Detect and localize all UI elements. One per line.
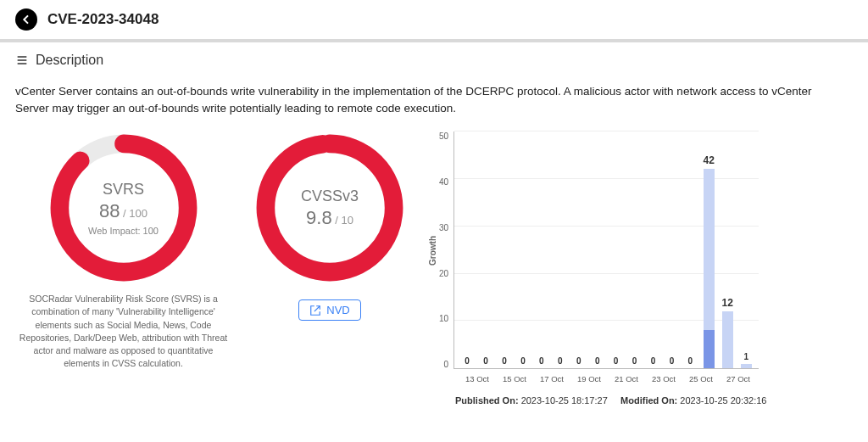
bar-value-label: 42 — [704, 154, 715, 166]
bar-value-label: 0 — [651, 356, 656, 366]
growth-chart: Growth 50403020100 000000000000042121 Gi… — [428, 131, 853, 406]
svrs-sub: Web Impact: 100 — [88, 226, 159, 236]
svrs-label: SVRS — [103, 181, 144, 199]
svrs-note: SOCRadar Vulnerability Risk Score (SVRS)… — [15, 293, 231, 370]
bar-value-label: 0 — [688, 356, 693, 366]
bar-value-label: 0 — [465, 356, 470, 366]
back-button[interactable] — [15, 8, 37, 31]
svrs-gauge: SVRS 88 / 100 Web Impact: 100 — [47, 131, 200, 284]
arrow-left-icon — [19, 13, 33, 26]
description-text: vCenter Server contains an out-of-bounds… — [15, 83, 829, 116]
chart-yaxis: 50403020100 — [439, 131, 453, 369]
nvd-link-button[interactable]: NVD — [298, 299, 360, 321]
bar-slot: 42 — [699, 169, 718, 368]
bar-value-label: 0 — [614, 356, 619, 366]
bar-value-label: 0 — [483, 356, 488, 366]
section-heading-label: Description — [36, 53, 103, 68]
bar-value-label: 0 — [632, 356, 637, 366]
page-title: CVE-2023-34048 — [47, 11, 159, 28]
chart-plot: 000000000000042121 — [453, 131, 759, 369]
section-heading: Description — [15, 53, 853, 68]
bar-value-label: 0 — [558, 356, 563, 366]
external-link-icon — [309, 305, 321, 316]
svrs-gauge-block: SVRS 88 / 100 Web Impact: 100 SOCRadar V… — [15, 131, 231, 370]
cvss-score: 9.8 / 10 — [306, 207, 353, 229]
list-icon — [15, 53, 29, 67]
bar-value-label: 0 — [576, 356, 581, 366]
bar-value-label: 0 — [670, 356, 675, 366]
bar-value-label: 0 — [520, 356, 526, 366]
nvd-link-label: NVD — [326, 304, 349, 316]
bar-slot: 12 — [718, 311, 737, 368]
bar-value-label: 0 — [539, 356, 544, 366]
svrs-score: 88 / 100 — [99, 200, 147, 222]
chart-ylabel: Growth — [428, 236, 437, 266]
bar-slot: 1 — [737, 364, 755, 369]
bar-value-label: 12 — [722, 297, 733, 309]
bar-value-label: 1 — [743, 352, 748, 361]
bar-value-label: 0 — [502, 356, 507, 366]
cvss-gauge: CVSSv3 9.8 / 10 — [253, 131, 406, 284]
bar-value-label: 0 — [595, 356, 600, 366]
cvss-label: CVSSv3 — [301, 187, 359, 205]
chart-xaxis: 13 Oct15 Oct17 Oct19 Oct21 Oct23 Oct25 O… — [455, 374, 760, 383]
cvss-gauge-block: CVSSv3 9.8 / 10 NVD — [253, 131, 406, 321]
chart-meta: Published On: 2023-10-25 18:17:27 Modifi… — [455, 395, 853, 406]
